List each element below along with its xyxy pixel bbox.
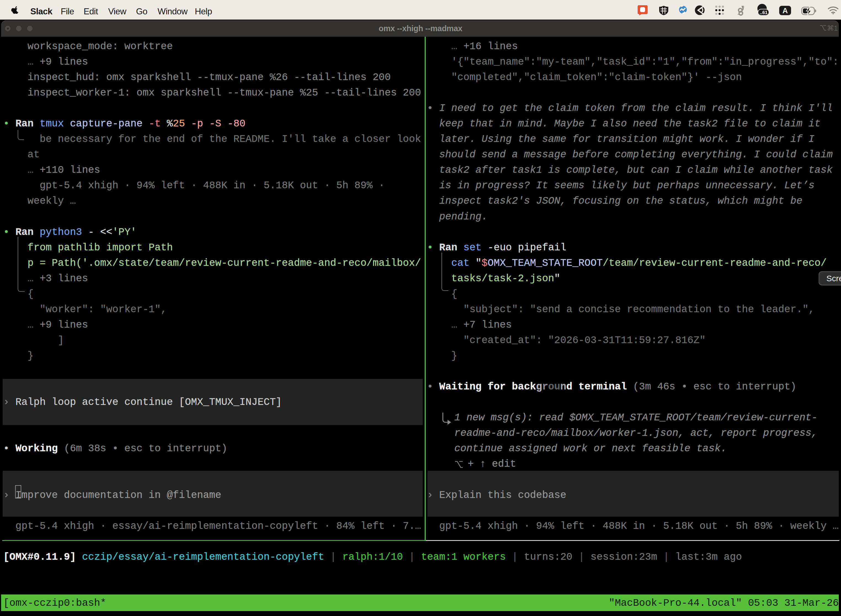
svg-text:A: A — [782, 7, 788, 15]
svg-text:..61: ..61 — [760, 10, 767, 15]
svg-text:1: 1 — [834, 25, 838, 31]
